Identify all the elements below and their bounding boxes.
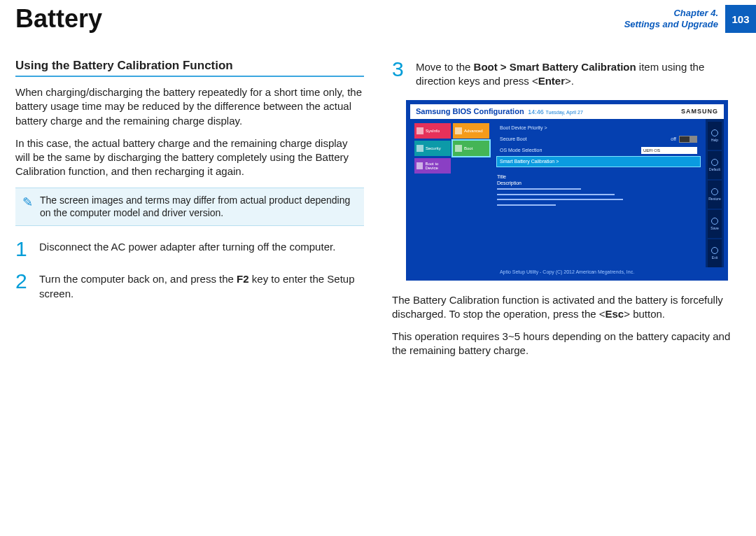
bios-screenshot: Samsung BIOS Configuration 14:46 Tuesday… <box>406 100 728 281</box>
bios-row-secure-boot[interactable]: Secure Boot off <box>497 134 700 144</box>
bios-default-button[interactable]: Default <box>708 151 722 179</box>
intro-para-2: In this case, the actual battery charge … <box>15 136 364 179</box>
bios-tile-boot[interactable]: Boot <box>453 141 489 156</box>
bios-footer: Aptio Setup Utility - Copy (C) 2012 Amer… <box>410 267 724 276</box>
note-icon: ✎ <box>22 194 33 220</box>
right-column: 3 Move to the Boot > Smart Battery Calib… <box>392 59 741 367</box>
os-mode-select[interactable]: UEFI OS <box>641 147 697 154</box>
lock-icon <box>416 145 424 152</box>
bios-tile-advanced[interactable]: Advanced <box>453 123 489 139</box>
page-header: Battery Chapter 4. Settings and Upgrade … <box>0 0 756 38</box>
save-icon <box>711 218 718 225</box>
wrench-icon <box>455 127 462 134</box>
left-column: Using the Battery Calibration Function W… <box>15 59 364 367</box>
help-icon <box>711 129 718 136</box>
bios-row-smart-battery[interactable]: Smart Battery Calibration > <box>497 157 700 167</box>
bios-panel: Boot Device Priority > Secure Boot off O… <box>493 119 706 267</box>
bios-restore-button[interactable]: Restore <box>708 181 722 209</box>
samsung-logo: SAMSUNG <box>681 108 718 115</box>
note-text: The screen images and terms may differ f… <box>40 194 357 220</box>
after-para-2: This operation requires 3~5 hours depend… <box>392 330 741 358</box>
page-number-badge: 103 <box>725 5 756 33</box>
intro-para-1: When charging/discharging the battery re… <box>15 85 364 128</box>
toggle-icon[interactable] <box>679 136 697 143</box>
chapter-box: Chapter 4. Settings and Upgrade 103 <box>624 5 756 33</box>
page-title: Battery <box>15 4 102 34</box>
bios-description: Title Description ▬▬▬▬▬▬▬▬▬▬▬▬▬▬▬▬▬▬▬▬ ▬… <box>497 174 700 208</box>
bios-header: Samsung BIOS Configuration 14:46 Tuesday… <box>410 104 724 119</box>
step-text: Disconnect the AC power adapter after tu… <box>39 239 335 260</box>
step-3: 3 Move to the Boot > Smart Battery Calib… <box>392 59 741 89</box>
home-icon <box>416 127 424 134</box>
step-number: 1 <box>15 239 29 260</box>
bios-tile-security[interactable]: Security <box>414 141 451 156</box>
after-para-1: The Battery Calibration function is acti… <box>392 293 741 322</box>
step-text: Move to the Boot > Smart Battery Calibra… <box>416 59 741 89</box>
exit-icon <box>711 247 718 254</box>
bios-sidebar: Help Default Restore Save Exit <box>706 119 724 267</box>
step-number: 3 <box>392 59 406 89</box>
bios-help-button[interactable]: Help <box>708 122 722 150</box>
bios-row-os-mode[interactable]: OS Mode Selection UEFI OS <box>497 146 700 155</box>
bios-tile-sysinfo[interactable]: SysInfo <box>414 123 451 139</box>
step-number: 2 <box>15 271 29 301</box>
bios-tiles: SysInfo Advanced Security Boot Boot to D… <box>410 119 493 267</box>
bios-row-boot-priority[interactable]: Boot Device Priority > <box>497 123 700 133</box>
bios-save-button[interactable]: Save <box>708 210 722 238</box>
note-box: ✎ The screen images and terms may differ… <box>15 188 364 227</box>
restore-icon <box>711 188 718 195</box>
bios-tile-boot-device[interactable]: Boot to Device <box>414 158 451 174</box>
step-1: 1 Disconnect the AC power adapter after … <box>15 239 364 260</box>
power-icon <box>455 145 462 152</box>
bios-exit-button[interactable]: Exit <box>708 239 722 267</box>
device-icon <box>416 162 423 169</box>
default-icon <box>711 159 718 166</box>
chapter-label: Chapter 4. Settings and Upgrade <box>624 8 725 29</box>
section-heading: Using the Battery Calibration Function <box>15 59 364 77</box>
step-2: 2 Turn the computer back on, and press t… <box>15 271 364 301</box>
step-text: Turn the computer back on, and press the… <box>39 271 364 301</box>
